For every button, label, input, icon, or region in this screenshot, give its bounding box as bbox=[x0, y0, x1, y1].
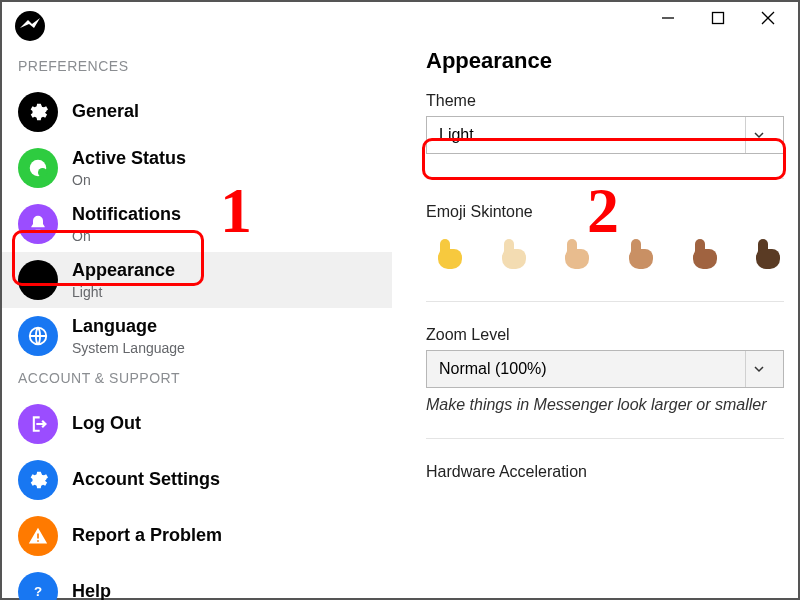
skintone-option-medium-dark[interactable] bbox=[687, 239, 721, 273]
emoji-skintone-label: Emoji Skintone bbox=[426, 203, 784, 221]
sidebar-item-account-settings[interactable]: Account Settings bbox=[2, 452, 392, 508]
sidebar-item-label: Notifications bbox=[72, 204, 181, 226]
sidebar-item-report-problem[interactable]: Report a Problem bbox=[2, 508, 392, 564]
close-button[interactable] bbox=[752, 6, 784, 30]
gear-icon bbox=[18, 92, 58, 132]
sidebar-item-label: Language bbox=[72, 316, 185, 338]
skintone-option-light[interactable] bbox=[496, 239, 530, 273]
divider bbox=[426, 301, 784, 302]
zoom-level-value: Normal (100%) bbox=[439, 360, 547, 378]
divider bbox=[426, 438, 784, 439]
theme-select-value: Light bbox=[439, 126, 474, 144]
svg-point-4 bbox=[15, 11, 45, 41]
sidebar-item-label: Active Status bbox=[72, 148, 186, 170]
chevron-down-icon bbox=[745, 351, 771, 387]
sidebar-item-subtitle: On bbox=[72, 172, 186, 188]
svg-point-6 bbox=[38, 168, 47, 177]
section-account-support: ACCOUNT & SUPPORT bbox=[2, 364, 392, 396]
zoom-level-label: Zoom Level bbox=[426, 326, 784, 344]
active-status-icon bbox=[18, 148, 58, 188]
section-preferences: PREFERENCES bbox=[2, 52, 392, 84]
sidebar-item-label: Appearance bbox=[72, 260, 175, 282]
settings-window: PREFERENCES General Active Status On Not… bbox=[0, 0, 800, 600]
sidebar-item-label: General bbox=[72, 101, 139, 123]
sidebar-item-label: Help bbox=[72, 581, 111, 600]
sidebar-item-logout[interactable]: Log Out bbox=[2, 396, 392, 452]
maximize-button[interactable] bbox=[702, 6, 734, 30]
bell-icon bbox=[18, 204, 58, 244]
moon-icon bbox=[18, 260, 58, 300]
skintone-option-default[interactable] bbox=[432, 239, 466, 273]
zoom-level-hint: Make things in Messenger look larger or … bbox=[426, 396, 784, 414]
chevron-down-icon bbox=[745, 117, 771, 153]
sidebar-item-active-status[interactable]: Active Status On bbox=[2, 140, 392, 196]
skintone-option-medium-light[interactable] bbox=[559, 239, 593, 273]
sidebar-item-label: Account Settings bbox=[72, 469, 220, 491]
hardware-acceleration-label: Hardware Acceleration bbox=[426, 463, 784, 481]
settings-gear-icon bbox=[18, 460, 58, 500]
minimize-button[interactable] bbox=[652, 6, 684, 30]
sidebar-item-subtitle: System Language bbox=[72, 340, 185, 356]
sidebar-item-general[interactable]: General bbox=[2, 84, 392, 140]
theme-label: Theme bbox=[426, 92, 784, 110]
skintone-option-medium[interactable] bbox=[623, 239, 657, 273]
sidebar-item-language[interactable]: Language System Language bbox=[2, 308, 392, 364]
emoji-skintone-options bbox=[426, 227, 784, 277]
sidebar: PREFERENCES General Active Status On Not… bbox=[2, 2, 392, 598]
sidebar-item-help[interactable]: ? Help bbox=[2, 564, 392, 600]
page-title: Appearance bbox=[426, 48, 784, 74]
divider bbox=[426, 178, 784, 179]
svg-text:?: ? bbox=[34, 584, 42, 599]
sidebar-item-notifications[interactable]: Notifications On bbox=[2, 196, 392, 252]
sidebar-item-subtitle: On bbox=[72, 228, 181, 244]
sidebar-item-label: Log Out bbox=[72, 413, 141, 435]
sidebar-item-appearance[interactable]: Appearance Light bbox=[2, 252, 392, 308]
globe-icon bbox=[18, 316, 58, 356]
svg-rect-1 bbox=[713, 13, 724, 24]
skintone-option-dark[interactable] bbox=[750, 239, 784, 273]
theme-select[interactable]: Light bbox=[426, 116, 784, 154]
help-icon: ? bbox=[18, 572, 58, 600]
logout-icon bbox=[18, 404, 58, 444]
window-controls bbox=[638, 2, 798, 34]
alert-icon bbox=[18, 516, 58, 556]
appearance-pane: Appearance Theme Light Emoji Skintone Zo… bbox=[392, 2, 798, 598]
messenger-icon bbox=[14, 10, 46, 42]
sidebar-item-subtitle: Light bbox=[72, 284, 175, 300]
zoom-level-select[interactable]: Normal (100%) bbox=[426, 350, 784, 388]
sidebar-item-label: Report a Problem bbox=[72, 525, 222, 547]
